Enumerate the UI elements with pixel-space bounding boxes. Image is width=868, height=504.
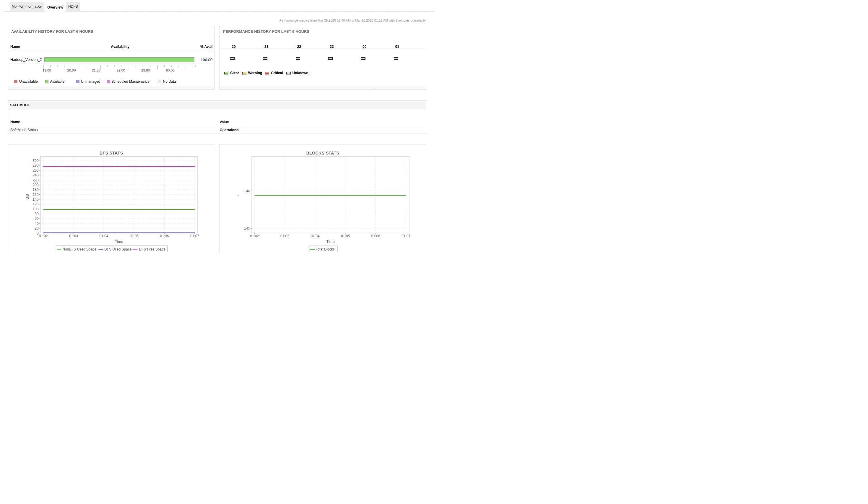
svg-text:01:07: 01:07	[190, 234, 199, 238]
svg-text:23:00: 23:00	[141, 69, 150, 72]
svg-text:40: 40	[34, 221, 39, 225]
svg-text:Total Blocks: Total Blocks	[316, 247, 335, 251]
svg-text:NonDFS Used Space: NonDFS Used Space	[62, 247, 96, 251]
svg-text:21:00: 21:00	[92, 69, 101, 72]
svg-text:': '	[238, 195, 241, 196]
svg-text:01:02: 01:02	[39, 234, 48, 238]
svg-text:20: 20	[34, 226, 39, 230]
svg-text:01:02: 01:02	[250, 234, 259, 238]
svg-text:Time: Time	[115, 239, 123, 244]
svg-text:01:04: 01:04	[311, 234, 320, 238]
svg-text:01:05: 01:05	[341, 234, 350, 238]
svg-text:300: 300	[33, 159, 39, 163]
svg-text:200: 200	[33, 183, 39, 187]
svg-text:01:07: 01:07	[402, 234, 410, 238]
svg-text:220: 220	[33, 178, 39, 182]
svg-text:60: 60	[34, 217, 39, 221]
svg-text:Time: Time	[327, 239, 335, 244]
svg-text:0: 0	[37, 231, 39, 235]
svg-text:160: 160	[33, 192, 39, 196]
svg-text:100: 100	[33, 207, 39, 211]
svg-text:145: 145	[244, 226, 250, 230]
svg-text:280: 280	[33, 163, 39, 167]
svg-text:GB: GB	[25, 194, 30, 200]
svg-text:240: 240	[33, 173, 39, 177]
svg-text:01:06: 01:06	[160, 234, 169, 238]
svg-text:140: 140	[33, 197, 39, 202]
svg-text:DFS Used Space: DFS Used Space	[104, 247, 132, 251]
svg-text:80: 80	[34, 212, 39, 216]
svg-text:260: 260	[33, 168, 39, 173]
svg-text:DFS Free Space: DFS Free Space	[139, 247, 166, 251]
svg-text:01:06: 01:06	[371, 234, 380, 238]
svg-text:22:00: 22:00	[116, 69, 125, 72]
svg-text:00:00: 00:00	[166, 69, 175, 72]
svg-text:01:05: 01:05	[130, 234, 138, 238]
svg-text:180: 180	[33, 188, 39, 192]
svg-text:01:03: 01:03	[69, 234, 78, 238]
svg-text:01:04: 01:04	[99, 234, 108, 238]
svg-text:120: 120	[33, 202, 39, 206]
svg-text:146: 146	[244, 189, 250, 193]
svg-text:20:00: 20:00	[67, 69, 76, 72]
svg-text:19:00: 19:00	[43, 69, 51, 72]
svg-text:01:03: 01:03	[280, 234, 289, 238]
